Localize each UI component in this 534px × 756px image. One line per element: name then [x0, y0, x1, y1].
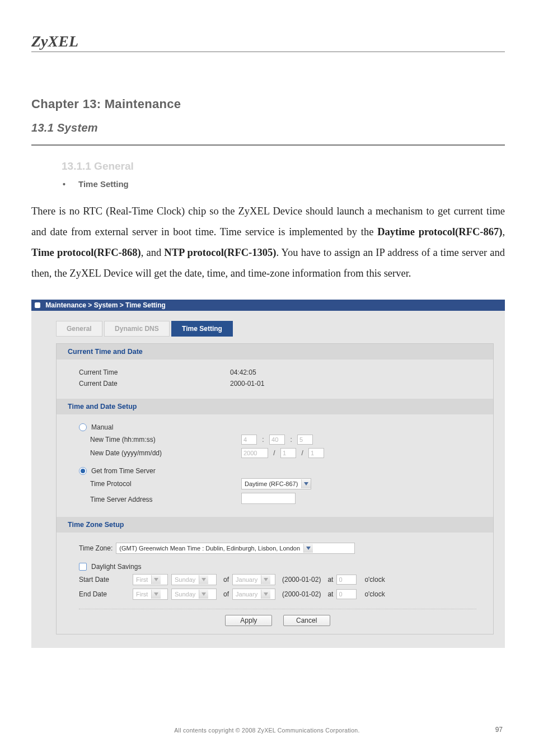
subsection-bullet: Time Setting [63, 179, 505, 189]
colon: : [290, 436, 292, 444]
breadcrumb-icon [35, 302, 40, 308]
new-date-month[interactable]: 1 [280, 448, 296, 458]
new-time-ss[interactable]: 5 [297, 435, 313, 445]
daylight-savings-checkbox[interactable] [79, 563, 87, 571]
new-time-label: New Time (hh:mm:ss) [79, 436, 241, 444]
chevron-down-icon [151, 590, 161, 599]
chevron-down-icon [261, 575, 270, 584]
oclock-text: o'clock [364, 590, 385, 598]
of-text: of [223, 576, 229, 584]
at-text: at [327, 590, 333, 598]
brand-logo: ZyXEL [31, 32, 505, 50]
apply-button[interactable]: Apply [225, 615, 272, 626]
radio-manual-label: Manual [91, 423, 113, 431]
radio-manual[interactable] [79, 423, 87, 431]
breadcrumb-text: Maintenance > System > Time Setting [45, 301, 166, 309]
end-resolved-date: (2000-01-02) [282, 590, 321, 598]
time-server-address-input[interactable] [241, 493, 296, 504]
new-date-year[interactable]: 2000 [241, 448, 268, 458]
time-zone-select[interactable]: (GMT) Greenwich Mean Time : Dublin, Edin… [116, 543, 355, 554]
radio-time-server-label: Get from Time Server [91, 467, 156, 475]
section-current-time: Current Time and Date [57, 344, 493, 360]
end-month-select[interactable]: January [232, 589, 275, 600]
time-zone-value: (GMT) Greenwich Mean Time : Dublin, Edin… [119, 545, 300, 552]
section-heading: 13.1 System [31, 122, 505, 134]
slash: / [301, 449, 303, 457]
colon: : [262, 436, 264, 444]
screenshot-panel: Maintenance > System > Time Setting Gene… [31, 300, 505, 648]
time-protocol-select[interactable]: Daytime (RFC-867) [241, 478, 311, 489]
new-time-mm[interactable]: 40 [269, 435, 285, 445]
current-time-value: 04:42:05 [230, 368, 256, 376]
at-text: at [327, 576, 333, 584]
start-ordinal-select[interactable]: First [133, 574, 168, 585]
of-text: of [223, 590, 229, 598]
divider [31, 52, 505, 52]
new-time-hh[interactable]: 4 [241, 435, 257, 445]
tab-dynamic-dns[interactable]: Dynamic DNS [104, 321, 170, 337]
current-time-label: Current Time [79, 368, 230, 376]
time-zone-label: Time Zone: [79, 544, 113, 552]
start-day-select[interactable]: Sunday [171, 574, 217, 585]
start-date-label: Start Date [79, 576, 133, 584]
tab-time-setting[interactable]: Time Setting [171, 321, 233, 337]
chevron-down-icon [303, 544, 313, 553]
tab-general[interactable]: General [56, 321, 102, 337]
subsection-heading: 13.1.1 General [62, 160, 505, 172]
new-date-day[interactable]: 1 [308, 448, 324, 458]
end-hour-input[interactable]: 0 [336, 589, 357, 599]
oclock-text: o'clock [364, 576, 385, 584]
end-date-label: End Date [79, 590, 133, 598]
section-time-date-setup: Time and Date Setup [57, 399, 493, 414]
intro-paragraph: There is no RTC (Real-Time Clock) chip s… [31, 201, 505, 284]
breadcrumb: Maintenance > System > Time Setting [31, 300, 505, 311]
daylight-savings-label: Daylight Savings [91, 563, 141, 571]
chapter-heading: Chapter 13: Maintenance [31, 97, 505, 111]
chevron-down-icon [261, 590, 270, 599]
current-date-value: 2000-01-01 [230, 380, 264, 388]
cancel-button[interactable]: Cancel [283, 615, 330, 626]
end-ordinal-select[interactable]: First [133, 589, 168, 600]
time-protocol-label: Time Protocol [79, 480, 241, 488]
start-month-select[interactable]: January [232, 574, 275, 585]
chevron-down-icon [199, 590, 208, 599]
new-date-label: New Date (yyyy/mm/dd) [79, 449, 241, 457]
page-number: 97 [0, 726, 503, 734]
radio-time-server[interactable] [79, 467, 87, 475]
time-server-address-label: Time Server Address [79, 496, 241, 503]
start-hour-input[interactable]: 0 [336, 575, 357, 585]
divider [31, 144, 505, 146]
start-resolved-date: (2000-01-02) [282, 576, 321, 584]
slash: / [273, 449, 275, 457]
tabs: General Dynamic DNS Time Setting [56, 321, 494, 337]
chevron-down-icon [151, 575, 161, 584]
section-time-zone-setup: Time Zone Setup [57, 517, 493, 533]
end-day-select[interactable]: Sunday [171, 589, 217, 600]
current-date-label: Current Date [79, 380, 230, 388]
time-protocol-value: Daytime (RFC-867) [245, 480, 298, 487]
chevron-down-icon [199, 575, 208, 584]
chevron-down-icon [301, 479, 311, 488]
